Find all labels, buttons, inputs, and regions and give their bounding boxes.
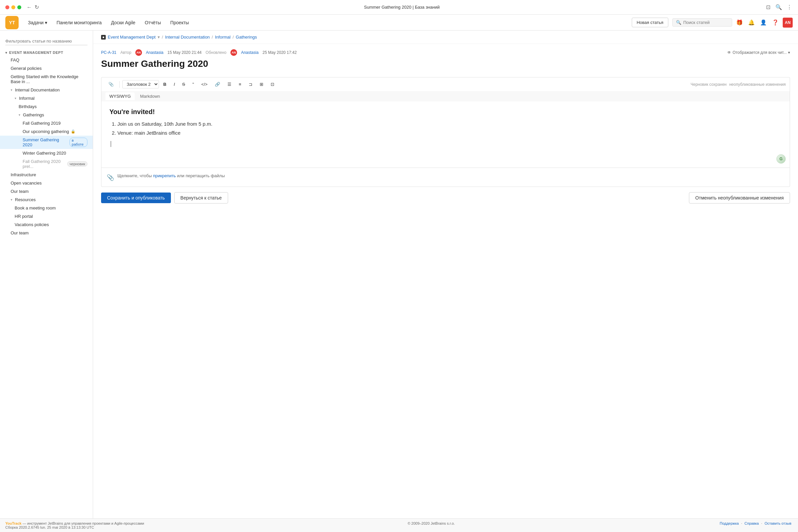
gift-icon[interactable]: 🎁 xyxy=(735,18,744,27)
nav-projects[interactable]: Проекты xyxy=(166,18,193,27)
breadcrumb-gatherings[interactable]: Gatherings xyxy=(236,35,257,40)
camera-icon[interactable]: ⊡ xyxy=(765,4,772,11)
section-chevron: ▾ xyxy=(5,51,7,55)
topbar-right: ⊡ 🔍 ⋮ xyxy=(765,4,793,11)
sidebar-item-upcoming-gathering[interactable]: Our upcoming gathering 🔒 xyxy=(0,127,93,136)
sidebar-item-internal-docs[interactable]: ▾ Internal Documentation xyxy=(0,86,93,94)
visibility-chevron: ▾ xyxy=(788,50,790,55)
italic-btn[interactable]: I xyxy=(171,80,178,88)
breadcrumb-dept[interactable]: Event Management Dept xyxy=(108,35,156,40)
tab-markdown[interactable]: Markdown xyxy=(136,92,164,100)
sidebar-item-our-team-2[interactable]: Our team xyxy=(0,229,93,237)
search-input[interactable] xyxy=(683,20,728,25)
new-article-button[interactable]: Новая статья xyxy=(632,18,668,27)
sidebar-item-vacations[interactable]: Vacations policies xyxy=(0,221,93,229)
more-options-icon[interactable]: ⋮ xyxy=(786,4,793,11)
tab-wysiwyg[interactable]: WYSIWYG xyxy=(106,92,135,100)
sidebar-item-resources[interactable]: ▾ Resources xyxy=(0,195,93,204)
content-list: Join us on Saturday, 10th June from 5 p.… xyxy=(117,121,782,136)
user-avatar[interactable]: AN xyxy=(783,18,793,27)
text-cursor xyxy=(111,141,111,147)
sidebar-item-book-meeting[interactable]: Book a meeting room xyxy=(0,204,93,212)
nav-monitoring[interactable]: Панели мониторинга xyxy=(53,18,106,27)
sidebar-item-our-team[interactable]: Our team xyxy=(0,187,93,195)
window-title: Summer Gathering 2020 | База знаний xyxy=(44,5,759,10)
attach-icon: 📎 xyxy=(107,174,114,181)
breadcrumb-sep-2: / xyxy=(212,35,213,40)
footer-feedback-link[interactable]: Оставить отзыв xyxy=(764,521,791,525)
attachment-area[interactable]: 📎 Щелкните, чтобы прикрепить или перетащ… xyxy=(101,168,790,187)
sidebar-item-getting-started[interactable]: Getting Started with the Knowledge Base … xyxy=(0,73,93,86)
nav-tasks[interactable]: Задачи ▾ xyxy=(24,18,51,27)
attach-link[interactable]: прикрепить xyxy=(153,173,176,178)
indent-btn[interactable]: ⊐ xyxy=(246,80,255,88)
close-window-btn[interactable] xyxy=(5,5,9,9)
sidebar-item-winter-2020[interactable]: Winter Gathering 2020 xyxy=(0,149,93,157)
sidebar-filter-area xyxy=(0,35,93,49)
save-publish-button[interactable]: Сохранить и опубликовать xyxy=(101,192,171,203)
strikethrough-btn[interactable]: S xyxy=(179,80,188,88)
sidebar-item-summer-2020[interactable]: Summer Gathering 2020 в работе xyxy=(0,136,93,149)
search-box: 🔍 xyxy=(672,18,732,26)
attach-btn[interactable]: 📎 xyxy=(106,80,117,88)
user-icon[interactable]: 👤 xyxy=(759,18,768,27)
link-btn[interactable]: 🔗 xyxy=(212,80,223,88)
image-btn[interactable]: ⊡ xyxy=(268,80,277,88)
sidebar-item-birthdays[interactable]: Birthdays xyxy=(0,102,93,111)
youtrack-logo[interactable]: YT xyxy=(5,16,19,29)
nav-agile[interactable]: Доски Agile xyxy=(107,18,139,27)
code-btn[interactable]: </> xyxy=(198,80,210,88)
cancel-changes-button[interactable]: Отменить неопубликованные изменения xyxy=(689,192,790,204)
sidebar-item-faq[interactable]: FAQ xyxy=(0,56,93,64)
article-title: Summer Gathering 2020 xyxy=(101,58,790,69)
refresh-btn[interactable]: ↻ xyxy=(35,4,39,10)
editor-body[interactable]: You're invited! Join us on Saturday, 10t… xyxy=(101,101,790,168)
visibility-control[interactable]: 👁 Отображается для всех чит... ▾ xyxy=(727,50,790,55)
help-icon[interactable]: ❓ xyxy=(771,18,780,27)
grammarly-button[interactable]: G xyxy=(776,154,786,164)
eye-icon: 👁 xyxy=(727,50,731,55)
created-date: 15 May 2020 21:44 xyxy=(168,50,202,55)
article-id[interactable]: PC-A-31 xyxy=(101,50,116,55)
heading-select[interactable]: Заголовок 2 xyxy=(122,80,159,89)
unpublished-changes-label: неопубликованные изменения xyxy=(729,82,786,87)
os-topbar: ← ↻ Summer Gathering 2020 | База знаний … xyxy=(0,0,798,15)
ul-btn[interactable]: ☰ xyxy=(225,80,234,88)
author-label: Автор xyxy=(120,50,131,55)
table-btn[interactable]: ⊞ xyxy=(257,80,266,88)
sidebar-item-informal[interactable]: ▾ Informal xyxy=(0,94,93,102)
sidebar-item-fall-2020[interactable]: Fall Gathering 2020 prel... черновик xyxy=(0,157,93,171)
breadcrumb-chevron-dept: ▾ xyxy=(158,35,160,40)
minimize-window-btn[interactable] xyxy=(11,5,15,9)
sidebar-item-gatherings[interactable]: ▾ Gatherings xyxy=(0,111,93,119)
status-badge-inwork: в работе xyxy=(70,138,88,147)
action-buttons: Сохранить и опубликовать Вернуться к ста… xyxy=(93,187,798,209)
sidebar-item-fall-2019[interactable]: Fall Gathering 2019 xyxy=(0,119,93,127)
nav-reports[interactable]: Отчёты xyxy=(141,18,165,27)
sidebar-item-hr-portal[interactable]: HR portal xyxy=(0,212,93,221)
ol-btn[interactable]: ≡ xyxy=(236,80,244,88)
footer-support-link[interactable]: Поддержка xyxy=(720,521,739,525)
author-name[interactable]: Anastasia xyxy=(146,50,164,55)
bell-icon[interactable]: 🔔 xyxy=(747,18,756,27)
sidebar-item-open-vacancies[interactable]: Open vacancies xyxy=(0,179,93,187)
sidebar-filter-input[interactable] xyxy=(5,37,88,45)
sidebar-item-general-policies[interactable]: General policies xyxy=(0,64,93,73)
collapse-icon-informal: ▾ xyxy=(15,96,16,100)
footer-help-link[interactable]: Справка xyxy=(744,521,759,525)
content-area: ■ Event Management Dept ▾ / Internal Doc… xyxy=(93,31,798,518)
breadcrumb-internal[interactable]: Internal Documentation xyxy=(165,35,209,40)
quote-btn[interactable]: " xyxy=(190,80,197,88)
bold-btn[interactable]: B xyxy=(160,80,169,88)
back-to-article-button[interactable]: Вернуться к статье xyxy=(174,192,228,204)
maximize-window-btn[interactable] xyxy=(17,5,21,9)
sidebar: ▾ EVENT MANAGEMENT DEPT FAQ General poli… xyxy=(0,31,93,518)
back-btn[interactable]: ← xyxy=(26,4,32,10)
sidebar-section-event: ▾ EVENT MANAGEMENT DEPT FAQ General poli… xyxy=(0,49,93,237)
footer-center: © 2009–2020 JetBrains s.r.o. xyxy=(407,521,455,525)
breadcrumb-informal[interactable]: Informal xyxy=(215,35,230,40)
updater-name[interactable]: Anastasia xyxy=(241,50,259,55)
search-topbar-icon[interactable]: 🔍 xyxy=(775,4,782,11)
sidebar-section-header[interactable]: ▾ EVENT MANAGEMENT DEPT xyxy=(0,49,93,56)
sidebar-item-infrastructure[interactable]: Infrastructure xyxy=(0,171,93,179)
